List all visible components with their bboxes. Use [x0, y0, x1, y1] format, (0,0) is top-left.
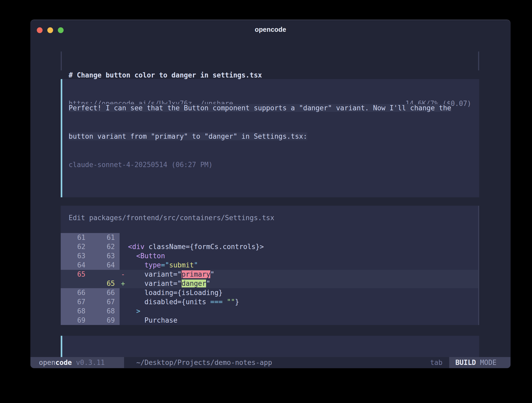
message-line: Perfect! I can see that the Button compo… — [69, 103, 471, 113]
diff-new-num: 68 — [90, 307, 120, 316]
diff-marker — [120, 297, 128, 307]
mode-indicator: BUILD MODE — [449, 357, 510, 368]
diff-marker — [120, 233, 128, 242]
diff-new-num: 66 — [90, 288, 120, 297]
diff-old-num — [61, 279, 90, 288]
diff-new-num: 65 — [90, 279, 120, 288]
diff-new-num: 67 — [90, 297, 120, 307]
diff-marker — [120, 261, 128, 270]
diff-new-num: 64 — [90, 261, 120, 270]
message-meta: claude-sonnet-4-20250514 (06:27 PM) — [69, 160, 471, 169]
diff-code-line: Purchase — [128, 316, 478, 325]
diff-new-num: 62 — [90, 242, 120, 251]
diff-old-num: 67 — [61, 297, 90, 307]
diff-marker: - — [120, 270, 128, 279]
titlebar: opencode — [30, 20, 510, 51]
diff-old-num: 65 — [61, 270, 90, 279]
edit-tool-block: Edit packages/frontend/src/containers/Se… — [61, 206, 479, 325]
diff-code-line: > — [128, 307, 478, 316]
assistant-message-1: Perfect! I can see that the Button compo… — [61, 79, 479, 197]
diff-row: 6666 loading={isLoading} — [61, 288, 478, 297]
diff-marker — [120, 242, 128, 251]
diff-row: 6969 Purchase — [61, 316, 478, 325]
diff-rows: 6161 6262<div className={formCs.controls… — [61, 233, 478, 325]
diff-new-num: 69 — [90, 316, 120, 325]
diff-row: 6262<div className={formCs.controls}> — [61, 242, 478, 251]
diff-row: 6363 <Button — [61, 251, 478, 261]
diff-new-num: 63 — [90, 251, 120, 261]
diff-code-line: type="submit" — [128, 261, 478, 270]
diff-old-num: 66 — [61, 288, 90, 297]
diff-old-num: 69 — [61, 316, 90, 325]
diff-old-num: 62 — [61, 242, 90, 251]
diff-row: 65+ variant="danger" — [61, 279, 478, 288]
diff-marker — [120, 307, 128, 316]
diff-row: 6464 type="submit" — [61, 261, 478, 270]
statusbar-spacer — [272, 357, 430, 368]
diff-new-num — [90, 270, 120, 279]
diff-old-num: 63 — [61, 251, 90, 261]
diff-marker — [120, 251, 128, 261]
diff-code-line: <div className={formCs.controls}> — [128, 242, 478, 251]
diff-code-line: <Button — [128, 251, 478, 261]
diff-code-line: disabled={units === ""} — [128, 297, 478, 307]
window-title: opencode — [30, 26, 510, 33]
diff-marker — [120, 288, 128, 297]
diff-code-line — [128, 233, 478, 242]
desktop: opencode # Change button color to danger… — [0, 0, 532, 403]
status-bar: opencode v0.3.11 ~/Desktop/Projects/demo… — [30, 357, 510, 368]
edit-tool-title: Edit packages/frontend/src/containers/Se… — [69, 213, 478, 223]
app-version-segment: opencode v0.3.11 — [30, 357, 124, 368]
session-view: # Change button color to danger in setti… — [61, 51, 479, 368]
tab-key-hint[interactable]: tab — [430, 357, 442, 368]
diff-row: 6767 disabled={units === ""} — [61, 297, 478, 307]
message-line: button variant from "primary" to "danger… — [69, 132, 471, 141]
app-window: opencode # Change button color to danger… — [30, 19, 511, 368]
diff-code-line: loading={isLoading} — [128, 288, 478, 297]
diff-new-num: 61 — [90, 233, 120, 242]
diff-old-num: 68 — [61, 307, 90, 316]
session-title: # Change button color to danger in setti… — [69, 70, 471, 80]
session-header: # Change button color to danger in setti… — [61, 51, 479, 70]
diff-marker: + — [120, 279, 128, 288]
diff-old-num: 61 — [61, 233, 90, 242]
working-directory: ~/Desktop/Projects/demo-notes-app — [136, 357, 272, 368]
diff-row: 65- variant="primary" — [61, 270, 478, 279]
diff-code-line: variant="danger" — [128, 279, 478, 288]
diff-old-num: 64 — [61, 261, 90, 270]
diff-row: 6868 > — [61, 307, 478, 316]
diff-row: 6161 — [61, 233, 478, 242]
diff-code-line: variant="primary" — [128, 270, 478, 279]
diff-marker — [120, 316, 128, 325]
